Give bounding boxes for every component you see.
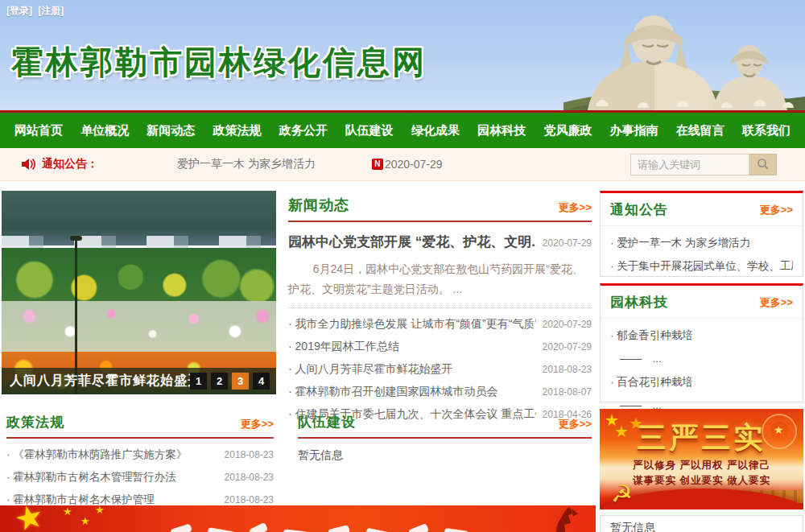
three-stricts-banner[interactable]: ★ 三严三实 严以修身 严以用权 严以律己 谋事要实 创业要实 做人要实 ☭ <box>600 409 803 509</box>
garden-tech-title: 园林科技 <box>610 293 668 311</box>
news-section-header: 新闻动态 更多>> <box>288 196 592 222</box>
policy-section-header: 政策法规 更多>> <box>6 413 274 439</box>
news-list-item[interactable]: 我市全力助推绿色发展 让城市有“颜值”更有“气质” 2020-07-29 <box>288 313 592 336</box>
notice-label: 通知公告： <box>42 157 98 171</box>
news-list-item[interactable]: 霍林郭勒市召开创建国家园林城市动员会 2018-08-07 <box>288 381 592 403</box>
news-list-item[interactable]: 2019年园林工作总结 2020-07-29 <box>288 336 592 358</box>
tech-item[interactable]: 郁金香引种栽培 <box>610 324 793 347</box>
gold-star-icon: ★ <box>10 505 47 532</box>
notices-box-title: 通知公告 <box>610 200 668 219</box>
calligraphy-stroke <box>207 527 235 532</box>
tech-item-sub[interactable]: —— ... <box>610 347 793 370</box>
notice-date: 2020-07-29 <box>385 158 443 171</box>
news-more-link[interactable]: 更多>> <box>559 200 592 215</box>
nav-item-news[interactable]: 新闻动态 <box>147 123 195 138</box>
news-item-title[interactable]: 2019年园林工作总结 <box>288 336 399 357</box>
carousel-page-3-active[interactable]: 3 <box>232 373 249 390</box>
notices-box: 通知公告 更多>> 爱护一草一木 为家乡增活力 关于集中开展花园式单位、学校、工… <box>600 191 803 277</box>
nav-item-contact[interactable]: 联系我们 <box>742 123 791 138</box>
three-stricts-title: 三严三实 <box>600 419 803 458</box>
carousel-caption[interactable]: 人间八月芳菲尽霍市鲜花始盛开 <box>10 373 190 390</box>
nav-item-gov-affairs[interactable]: 政务公开 <box>279 123 328 138</box>
policy-item-title[interactable]: 霍林郭勒市古树名木管理暂行办法 <box>6 466 176 488</box>
statue-silhouette-icon <box>547 507 581 532</box>
genghis-khan-statues-image <box>564 0 805 110</box>
hammer-sickle-icon: ☭ <box>611 480 633 508</box>
search-box <box>630 154 777 175</box>
side-empty-box: 暂无信息 <box>600 515 803 532</box>
news-list-item[interactable]: 人间八月芳菲尽霍市鲜花始盛开 2018-08-23 <box>288 358 592 381</box>
carousel-photo-trees <box>2 248 276 301</box>
register-link[interactable]: [注册] <box>38 5 64 16</box>
notices-box-header: 通知公告 更多>> <box>601 193 803 226</box>
new-badge-icon: N <box>372 159 383 170</box>
carousel-pager: 1 2 3 4 <box>190 373 270 390</box>
carousel-photo-flowerfield <box>2 301 276 352</box>
team-section: 队伍建设 更多>> 暂无信息 <box>298 413 592 463</box>
policy-item-date: 2018-08-23 <box>225 444 274 466</box>
notices-more-link[interactable]: 更多>> <box>760 203 793 217</box>
side-empty-text: 暂无信息 <box>610 521 655 532</box>
garden-tech-more-link[interactable]: 更多>> <box>760 295 793 310</box>
news-item-title[interactable]: 我市全力助推绿色发展 让城市有“颜值”更有“气质” <box>288 313 536 335</box>
calligraphy-stroke <box>408 523 429 532</box>
calligraphy-stroke <box>365 528 394 532</box>
featured-news-row: 园林中心党支部开展 “爱花、护花、文明... 2020-07-29 <box>288 233 592 251</box>
notice-item[interactable]: 爱护一草一木 为家乡增活力 <box>610 231 793 254</box>
news-item-date: 2018-08-23 <box>543 359 592 381</box>
team-empty-text: 暂无信息 <box>298 448 592 463</box>
nav-item-tech[interactable]: 园林科技 <box>477 123 526 138</box>
policy-section-title: 政策法规 <box>6 413 64 431</box>
policy-item-date: 2018-08-23 <box>225 467 274 489</box>
carousel-page-4[interactable]: 4 <box>253 373 270 390</box>
featured-news-summary: 6月24日，园林中心党支部在敖包山芍药园开展“爱花、护花、文明赏花”主题党日活动… <box>288 259 592 299</box>
policy-more-link[interactable]: 更多>> <box>241 417 274 431</box>
search-button[interactable] <box>749 154 777 175</box>
main-nav: 网站首页 单位概况 新闻动态 政策法规 政务公开 队伍建设 绿化成果 园林科技 … <box>0 113 805 148</box>
site-title: 霍林郭勒市园林绿化信息网 <box>11 40 427 85</box>
team-section-title: 队伍建设 <box>298 413 356 431</box>
news-item-date: 2018-08-07 <box>543 381 592 403</box>
news-item-title[interactable]: 人间八月芳菲尽霍市鲜花始盛开 <box>288 358 453 380</box>
tech-item[interactable]: 百合花引种栽培 <box>610 370 793 394</box>
nav-item-about[interactable]: 单位概况 <box>80 123 129 138</box>
small-stars-icon: ★ <box>63 505 72 518</box>
nav-item-home[interactable]: 网站首页 <box>14 123 63 138</box>
calligraphy-stroke <box>444 528 469 532</box>
nav-item-guide[interactable]: 办事指南 <box>610 123 658 138</box>
policy-list: 《霍林郭勒市林荫路推广实施方案》 2018-08-23 霍林郭勒市古树名木管理暂… <box>6 443 274 511</box>
carousel-page-1[interactable]: 1 <box>190 373 207 390</box>
speaker-icon <box>21 158 35 171</box>
policy-item[interactable]: 霍林郭勒市古树名木管理暂行办法 2018-08-23 <box>6 466 274 489</box>
nav-item-party[interactable]: 党风廉政 <box>543 123 592 138</box>
bottom-red-banner[interactable]: ★ ★ <box>0 505 596 532</box>
calligraphy-stroke <box>249 522 269 532</box>
nav-item-policy[interactable]: 政策法规 <box>213 123 262 138</box>
policy-item[interactable]: 《霍林郭勒市林荫路推广实施方案》 2018-08-23 <box>6 443 274 466</box>
photo-carousel[interactable]: 人间八月芳菲尽霍市鲜花始盛开 1 2 3 4 <box>2 191 276 394</box>
policy-item-title[interactable]: 《霍林郭勒市林荫路推广实施方案》 <box>6 443 187 465</box>
notice-item[interactable]: 关于集中开展花园式单位、学校、工厂... <box>610 254 793 278</box>
nav-item-team[interactable]: 队伍建设 <box>345 123 394 138</box>
garden-tech-box: 园林科技 更多>> 郁金香引种栽培 —— ... 百合花引种栽培 —— ... <box>600 283 803 402</box>
news-section-title: 新闻动态 <box>288 196 349 215</box>
news-list: 我市全力助推绿色发展 让城市有“颜值”更有“气质” 2020-07-29 201… <box>288 307 592 426</box>
featured-news-title[interactable]: 园林中心党支部开展 “爱花、护花、文明... <box>288 233 536 251</box>
news-section: 新闻动态 更多>> 园林中心党支部开展 “爱花、护花、文明... 2020-07… <box>288 196 592 426</box>
three-stricts-line1: 严以修身 严以用权 严以律己 <box>600 459 803 472</box>
topbar: [登录] [注册] <box>6 4 67 18</box>
carousel-caption-bar: 人间八月芳菲尽霍市鲜花始盛开 1 2 3 4 <box>2 368 276 394</box>
carousel-page-2[interactable]: 2 <box>211 373 228 390</box>
nav-item-message[interactable]: 在线留言 <box>676 123 724 138</box>
calligraphy-stroke <box>328 525 350 532</box>
notices-list: 爱护一草一木 为家乡增活力 关于集中开展花园式单位、学校、工厂... <box>601 226 803 284</box>
notice-ticker-link[interactable]: 爱护一草一木 为家乡增活力 <box>177 157 316 171</box>
calligraphy-stroke <box>283 529 308 532</box>
featured-news-date: 2020-07-29 <box>543 237 592 249</box>
page-root: [登录] [注册] 霍林郭勒市园林绿化信息网 <box>0 0 805 532</box>
login-link[interactable]: [登录] <box>6 5 32 16</box>
team-more-link[interactable]: 更多>> <box>559 417 592 431</box>
news-item-title[interactable]: 霍林郭勒市召开创建国家园林城市动员会 <box>288 381 498 402</box>
search-input[interactable] <box>630 154 749 175</box>
nav-item-greening[interactable]: 绿化成果 <box>411 123 460 138</box>
